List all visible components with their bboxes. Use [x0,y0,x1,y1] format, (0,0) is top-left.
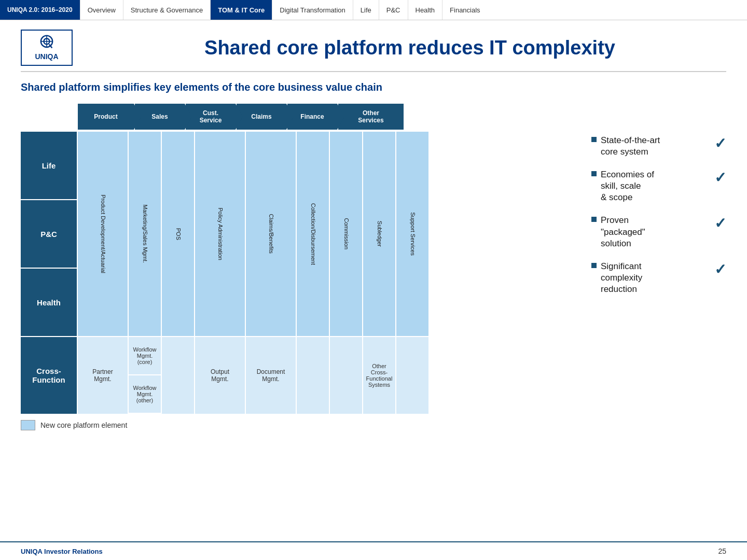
checkmark-2: ✓ [714,169,726,186]
arrow-cust-service: Cust.Service [186,104,236,130]
main-content: UNIQA Shared core platform reduces IT co… [0,20,747,436]
checkmark-4: ✓ [714,261,726,278]
row-label-life: Life [21,132,77,199]
nav-item-structure[interactable]: Structure & Governance [123,0,210,20]
row-labels: Life P&C Health Cross-Function [21,132,77,414]
cell-marketing-sales: Marketing/Sales Mgmt. [129,132,161,336]
uniqa-logo-icon [36,35,57,51]
nav-item-digital[interactable]: Digital Transformation [272,0,352,20]
cell-commission: Commission [330,132,362,336]
arrow-headers: Product Sales Cust.Service Claims Financ… [78,104,576,130]
checkmark-1: ✓ [714,135,726,152]
arrow-other-services: OtherServices [338,104,404,130]
main-table: Life P&C Health Cross-Function Product D… [21,132,576,414]
footer: UNIQA Investor Relations 25 [0,541,747,560]
nav-brand: UNIQA 2.0: 2016–2020 [0,0,80,20]
cell-support-cross [396,337,428,414]
footer-brand: UNIQA Investor Relations [21,548,103,555]
bullet-item-4: Significantcomplexityreduction ✓ [591,261,726,295]
nav-item-overview[interactable]: Overview [80,0,123,20]
arrow-claims: Claims [237,104,286,130]
cell-product-dev: Product Development/Actuarial [78,132,128,336]
sub-title: Shared platform simplifies key elements … [21,81,726,93]
arrow-sales: Sales [135,104,185,130]
checkmark-3: ✓ [714,215,726,232]
col-finance: Collection/Disbursement Commission [297,132,362,414]
cell-document-mgmt: DocumentMgmt. [246,337,296,414]
logo-text: UNIQA [35,52,58,61]
row-label-pac: P&C [21,200,77,268]
col-claims: Claims/Benefits DocumentMgmt. [246,132,296,414]
bullet-text-4: Significantcomplexityreduction [601,261,709,295]
footer-page-number: 25 [718,547,726,555]
col-product: Product Development/Actuarial PartnerMgm… [78,132,128,414]
col-sales: Marketing/Sales Mgmt. WorkflowMgmt. (cor… [129,132,194,414]
header-divider [21,71,726,72]
nav-item-financials[interactable]: Financials [442,0,488,20]
cell-other-cross: OtherCross-FunctionalSystems [363,337,395,414]
bullet-square-1 [591,137,597,142]
bullet-item-1: State-of-the-artcore system ✓ [591,135,726,158]
nav-item-tom[interactable]: TOM & IT Core [210,0,272,20]
top-navigation: UNIQA 2.0: 2016–2020 Overview Structure … [0,0,747,20]
cell-policy-admin: Policy Administration [195,132,245,336]
cell-workflow-core: WorkflowMgmt. (core) [129,337,161,374]
cell-collection: Collection/Disbursement [297,132,329,336]
bullet-text-2: Economies ofskill, scale& scope [601,169,709,203]
legend-label: New core platform element [40,421,127,429]
cell-partner-mgmt: PartnerMgmt. [78,337,128,414]
grid-columns: Product Development/Actuarial PartnerMgm… [78,132,576,414]
arrow-product: Product [78,104,134,130]
bullet-text-3: Proven"packaged"solution [601,215,709,249]
cell-collection-cross [297,337,329,414]
bullet-square-2 [591,171,597,176]
row-label-health: Health [21,269,77,336]
grid-area: Product Sales Cust.Service Claims Financ… [21,104,726,430]
right-section: State-of-the-artcore system ✓ Economies … [591,104,726,430]
bullet-item-2: Economies ofskill, scale& scope ✓ [591,169,726,203]
row-label-cross: Cross-Function [21,337,77,414]
arrow-finance: Finance [287,104,337,130]
cell-pos: POS [162,132,194,336]
legend-color-box [21,420,35,430]
page-title: Shared core platform reduces IT complexi… [93,37,726,59]
cell-support-services: Support Services [396,132,428,336]
header-row: UNIQA Shared core platform reduces IT co… [21,30,726,66]
col-cust-service: Policy Administration OutputMgmt. [195,132,245,414]
cell-commission-cross [330,337,362,414]
nav-item-health[interactable]: Health [408,0,442,20]
legend: New core platform element [21,420,576,430]
logo-box: UNIQA [21,30,73,66]
workflow-split: WorkflowMgmt. (core) WorkflowMgmt. (othe… [129,337,161,413]
left-section: Product Sales Cust.Service Claims Financ… [21,104,576,430]
bullet-text-1: State-of-the-artcore system [601,135,709,158]
cell-subledger: Subledger [363,132,395,336]
bullet-item-3: Proven"packaged"solution ✓ [591,215,726,249]
nav-item-life[interactable]: Life [353,0,379,20]
cell-pos-cross [162,337,194,414]
cell-claims-benefits: Claims/Benefits [246,132,296,336]
bullet-square-4 [591,263,597,268]
cell-workflow-other: WorkflowMgmt. (other) [129,375,161,413]
nav-item-pac[interactable]: P&C [379,0,408,20]
col-other-services: Subledger OtherCross-FunctionalSystems S… [363,132,428,414]
cell-output-mgmt: OutputMgmt. [195,337,245,414]
bullet-square-3 [591,217,597,222]
